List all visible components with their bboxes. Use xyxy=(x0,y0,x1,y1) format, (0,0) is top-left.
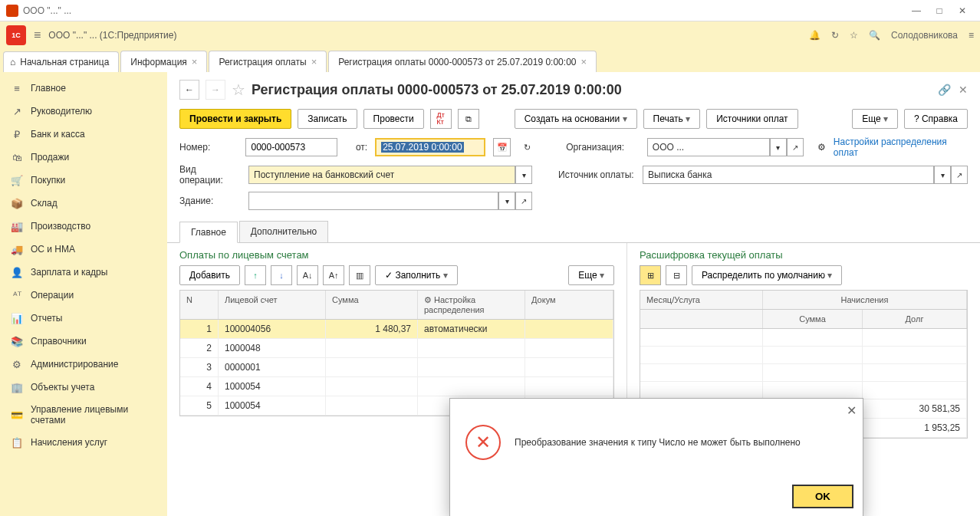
sidebar-item[interactable]: 🛍Продажи xyxy=(0,146,167,169)
more-button[interactable]: Еще xyxy=(852,109,898,129)
sidebar-icon: 🏭 xyxy=(11,220,23,232)
tab-payment-doc[interactable]: Регистрация оплаты 0000-000573 от 25.07.… xyxy=(328,51,597,72)
sidebar-item[interactable]: ≡Главное xyxy=(0,77,167,100)
table-row xyxy=(640,364,967,382)
sidebar-item[interactable]: 📚Справочники xyxy=(0,330,167,353)
help-button[interactable]: ? Справка xyxy=(904,109,968,129)
history-icon[interactable]: ↻ xyxy=(831,30,839,41)
error-dialog: ✕ ✕ Преобразование значения к типу Число… xyxy=(449,398,863,516)
dropdown-icon[interactable]: ▾ xyxy=(770,138,787,156)
dropdown-icon[interactable]: ▾ xyxy=(498,192,515,210)
minimize-button[interactable]: — xyxy=(905,3,928,18)
star-icon[interactable]: ☆ xyxy=(850,30,858,41)
sidebar-item[interactable]: 📊Отчеты xyxy=(0,307,167,330)
save-button[interactable]: Записать xyxy=(298,109,357,129)
operation-select[interactable]: Поступление на банковский счет xyxy=(248,166,515,184)
maximize-button[interactable]: □ xyxy=(928,3,951,18)
calendar-icon[interactable]: 📅 xyxy=(493,138,511,156)
move-up-icon[interactable]: ↑ xyxy=(245,265,266,285)
tab-info[interactable]: Информация × xyxy=(120,51,207,72)
add-button[interactable]: Добавить xyxy=(179,265,240,285)
subtab-extra[interactable]: Дополнительно xyxy=(239,221,328,242)
dropdown-icon[interactable]: ▾ xyxy=(515,166,532,184)
sidebar-item-label: Главное xyxy=(31,83,66,94)
bell-icon[interactable]: 🔔 xyxy=(809,30,821,41)
left-panel-title: Оплаты по лицевым счетам xyxy=(179,249,614,261)
org-select[interactable]: ООО ... xyxy=(647,138,770,156)
nav-forward-button[interactable]: → xyxy=(206,80,225,100)
sidebar-item[interactable]: 📦Склад xyxy=(0,192,167,215)
distribution-settings-link[interactable]: Настройки распределения оплат xyxy=(834,136,968,158)
tab-home[interactable]: ⌂ Начальная страница xyxy=(3,51,119,72)
subtab-main[interactable]: Главное xyxy=(179,222,238,243)
refresh-icon[interactable]: ↻ xyxy=(518,138,536,156)
tab-payment-reg[interactable]: Регистрация оплаты × xyxy=(209,51,327,72)
distribute-default-button[interactable]: Распределить по умолчанию xyxy=(692,265,842,285)
collapse-icon[interactable]: ⊟ xyxy=(666,265,687,285)
search-icon[interactable]: 🔍 xyxy=(869,30,880,41)
close-icon[interactable]: × xyxy=(580,56,587,67)
table-row xyxy=(640,329,967,347)
dropdown-icon[interactable]: ▾ xyxy=(934,166,951,184)
building-select[interactable] xyxy=(248,192,498,210)
sidebar-item[interactable]: ₽Банк и касса xyxy=(0,123,167,146)
dt-kt-icon[interactable]: ДтКт xyxy=(430,109,452,129)
sidebar-icon: 📚 xyxy=(11,335,23,347)
settings-icon[interactable]: ≡ xyxy=(968,30,974,41)
create-based-button[interactable]: Создать на основании xyxy=(515,109,637,129)
barcode-icon[interactable]: ▥ xyxy=(349,265,370,285)
open-icon[interactable]: ↗ xyxy=(951,166,968,184)
print-button[interactable]: Печать xyxy=(643,109,701,129)
dialog-message: Преобразование значения к типу Число не … xyxy=(515,437,801,448)
sidebar-item-label: Руководителю xyxy=(31,106,92,117)
from-label: от: xyxy=(345,142,367,153)
sort-asc-icon[interactable]: A↓ xyxy=(297,265,318,285)
sidebar-item[interactable]: 🏭Производство xyxy=(0,215,167,238)
post-and-close-button[interactable]: Провести и закрыть xyxy=(179,109,291,129)
breadcrumb: ООО "..." ... (1С:Предприятие) xyxy=(48,30,809,41)
sidebar-item[interactable]: 📋Начисления услуг xyxy=(0,431,167,454)
sidebar-item[interactable]: ⚙Администрирование xyxy=(0,353,167,376)
number-input[interactable] xyxy=(245,138,337,156)
sidebar-item[interactable]: 💳Управление лицевыми счетами xyxy=(0,399,167,431)
sidebar-item[interactable]: ↗Руководителю xyxy=(0,100,167,123)
close-window-button[interactable]: ✕ xyxy=(951,3,974,18)
structure-icon[interactable]: ⧉ xyxy=(458,109,479,129)
date-input[interactable]: 25.07.2019 0:00:00 xyxy=(375,138,485,156)
user-name[interactable]: Солодовникова xyxy=(891,30,958,41)
close-page-icon[interactable]: ✕ xyxy=(959,84,968,96)
sidebar-item[interactable]: ᴬᵀОперации xyxy=(0,284,167,307)
nav-back-button[interactable]: ← xyxy=(179,80,199,100)
fill-button[interactable]: ✓ Заполнить xyxy=(375,265,458,285)
table-row[interactable]: 41000054 xyxy=(180,377,613,396)
payment-source-select[interactable]: Выписка банка xyxy=(643,166,934,184)
org-label: Организация: xyxy=(566,142,640,153)
favorite-star-icon[interactable]: ☆ xyxy=(232,81,245,99)
table-row[interactable]: 30000001 xyxy=(180,358,613,377)
table-row[interactable]: 11000040561 480,37автоматически xyxy=(180,320,613,339)
payment-sources-button[interactable]: Источники оплат xyxy=(706,109,797,129)
post-button[interactable]: Провести xyxy=(363,109,424,129)
dialog-close-icon[interactable]: ✕ xyxy=(847,403,857,418)
sidebar-item[interactable]: 🛒Покупки xyxy=(0,169,167,192)
sidebar-icon: ≡ xyxy=(11,82,23,94)
sort-desc-icon[interactable]: A↑ xyxy=(323,265,344,285)
open-icon[interactable]: ↗ xyxy=(515,192,532,210)
sidebar-item[interactable]: 👤Зарплата и кадры xyxy=(0,261,167,284)
sidebar-item[interactable]: 🚚ОС и НМА xyxy=(0,238,167,261)
link-icon[interactable]: 🔗 xyxy=(938,84,951,96)
close-icon[interactable]: × xyxy=(311,56,317,67)
table-row[interactable]: 21000048 xyxy=(180,339,613,358)
sidebar-icon: ᴬᵀ xyxy=(11,289,23,301)
tabs-bar: ⌂ Начальная страница Информация × Регист… xyxy=(0,49,980,72)
close-icon[interactable]: × xyxy=(192,56,198,67)
move-down-icon[interactable]: ↓ xyxy=(271,265,292,285)
dialog-ok-button[interactable]: OK xyxy=(792,485,853,508)
open-icon[interactable]: ↗ xyxy=(787,138,804,156)
sidebar-item[interactable]: 🏢Объекты учета xyxy=(0,376,167,399)
menu-icon[interactable]: ≡ xyxy=(34,28,41,42)
operation-label: Вид операции: xyxy=(179,164,241,186)
sidebar-icon: 🚚 xyxy=(11,243,23,255)
more-left-button[interactable]: Еще xyxy=(568,265,614,285)
expand-icon[interactable]: ⊞ xyxy=(640,265,661,285)
